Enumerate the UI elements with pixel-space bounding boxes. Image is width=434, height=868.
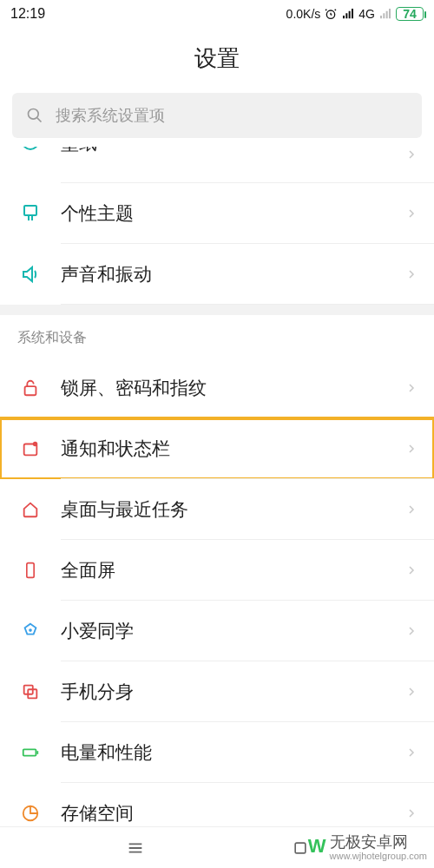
- svg-point-1: [29, 109, 39, 120]
- watermark-brand: 无极安卓网: [330, 833, 408, 851]
- signal-icon-2: [378, 7, 392, 21]
- chevron-right-icon: [406, 623, 417, 639]
- row-label: 桌面与最近任务: [43, 497, 406, 522]
- search-input[interactable]: [56, 107, 408, 125]
- wallpaper-icon: [17, 147, 43, 152]
- chevron-right-icon: [406, 206, 417, 221]
- settings-row-home[interactable]: 桌面与最近任务: [0, 479, 434, 540]
- svg-rect-3: [24, 206, 36, 215]
- theme-icon: [17, 203, 43, 224]
- row-label: 声音和振动: [43, 262, 406, 286]
- row-label: 存储空间: [43, 801, 406, 825]
- settings-row-wallpaper[interactable]: 壁纸: [0, 147, 434, 183]
- row-label: 电量和性能: [43, 740, 406, 765]
- chevron-right-icon: [406, 745, 417, 760]
- settings-row-lock[interactable]: 锁屏、密码和指纹: [0, 358, 434, 418]
- alarm-icon: [324, 7, 338, 21]
- notif-icon: [17, 439, 43, 458]
- home-icon: [17, 500, 43, 519]
- row-label: 小爱同学: [43, 619, 406, 643]
- chevron-right-icon: [406, 502, 417, 517]
- settings-row-battery[interactable]: 电量和性能: [0, 722, 434, 783]
- sound-icon: [17, 264, 43, 285]
- search-box[interactable]: [12, 93, 422, 138]
- chevron-right-icon: [406, 441, 417, 457]
- search-icon: [26, 107, 43, 124]
- xiaoai-icon: [17, 621, 43, 641]
- chevron-right-icon: [406, 380, 417, 396]
- status-bar: 12:19 0.0K/s 4G 74: [0, 0, 434, 28]
- watermark-url: www.wjhotelgroup.com: [330, 851, 428, 861]
- chevron-right-icon: [406, 806, 417, 821]
- svg-rect-8: [27, 563, 34, 578]
- svg-point-9: [29, 628, 32, 632]
- battery-icon: [17, 743, 43, 762]
- svg-point-2: [23, 147, 38, 149]
- chevron-right-icon: [406, 562, 417, 578]
- network-label: 4G: [358, 7, 375, 21]
- clone-icon: [17, 682, 43, 701]
- svg-rect-12: [23, 749, 36, 755]
- fullscreen-icon: [17, 560, 43, 581]
- nav-recent-button[interactable]: [126, 838, 145, 858]
- watermark: W 无极安卓网 www.wjhotelgroup.com: [308, 832, 427, 861]
- chevron-right-icon: [406, 147, 417, 162]
- net-speed: 0.0K/s: [286, 7, 321, 21]
- svg-rect-14: [295, 843, 306, 853]
- chevron-right-icon: [406, 266, 417, 282]
- svg-point-7: [33, 442, 38, 447]
- row-label: 通知和状态栏: [43, 437, 406, 461]
- section-header-system: 系统和设备: [0, 315, 434, 358]
- row-label: 壁纸: [43, 147, 406, 155]
- row-label: 全面屏: [43, 558, 406, 582]
- settings-row-fullscreen[interactable]: 全面屏: [0, 540, 434, 601]
- watermark-logo-icon: W: [308, 835, 325, 858]
- row-label: 个性主题: [43, 201, 406, 226]
- row-label: 手机分身: [43, 680, 406, 704]
- storage-icon: [17, 804, 43, 823]
- battery-icon: 74: [396, 7, 424, 21]
- chevron-right-icon: [406, 684, 417, 700]
- status-right: 0.0K/s 4G 74: [286, 7, 424, 21]
- nav-home-button[interactable]: [292, 839, 309, 857]
- settings-row-xiaoai[interactable]: 小爱同学: [0, 601, 434, 661]
- svg-rect-5: [25, 386, 36, 395]
- settings-row-clone[interactable]: 手机分身: [0, 661, 434, 722]
- signal-icon-1: [341, 7, 355, 21]
- page-title: 设置: [0, 28, 434, 93]
- settings-row-notif[interactable]: 通知和状态栏: [0, 418, 434, 479]
- lock-icon: [17, 378, 43, 398]
- settings-row-theme[interactable]: 个性主题: [0, 183, 434, 244]
- status-time: 12:19: [10, 6, 45, 22]
- settings-row-sound[interactable]: 声音和振动: [0, 244, 434, 305]
- row-label: 锁屏、密码和指纹: [43, 376, 406, 400]
